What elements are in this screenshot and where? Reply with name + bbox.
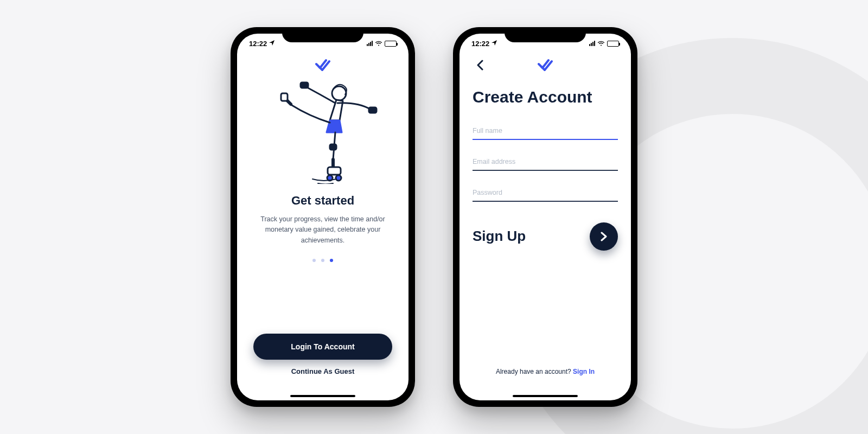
phone-mockup-signup: 12:22 — [453, 27, 637, 407]
svg-rect-11 — [330, 144, 336, 150]
status-bar: 12:22 — [459, 34, 631, 53]
wifi-icon — [597, 41, 605, 46]
signup-submit-button[interactable] — [590, 222, 618, 251]
fullname-field — [473, 123, 618, 140]
home-indicator — [513, 395, 578, 397]
fullname-input[interactable] — [473, 123, 618, 140]
svg-rect-5 — [281, 93, 288, 101]
onboarding-illustration — [250, 78, 395, 184]
back-button[interactable] — [473, 58, 488, 73]
login-button-label: Login To Account — [291, 342, 354, 351]
location-icon — [492, 40, 497, 47]
status-time: 12:22 — [471, 40, 489, 48]
chevron-right-icon — [599, 232, 609, 241]
email-input[interactable] — [473, 154, 618, 171]
home-indicator — [290, 395, 355, 397]
signup-label: Sign Up — [473, 228, 526, 245]
status-bar: 12:22 — [237, 34, 409, 53]
app-logo — [250, 59, 395, 72]
phone-mockup-onboarding: 12:22 — [231, 27, 415, 407]
signal-icon — [589, 41, 595, 46]
login-button[interactable]: Login To Account — [253, 334, 392, 360]
signin-link[interactable]: Sign In — [573, 368, 595, 375]
location-icon — [269, 40, 275, 47]
svg-point-8 — [336, 175, 341, 181]
page-dot-active[interactable] — [330, 259, 333, 262]
svg-rect-6 — [328, 167, 341, 175]
svg-rect-9 — [369, 107, 376, 113]
status-time: 12:22 — [249, 40, 267, 48]
app-logo — [473, 59, 618, 72]
page-dot[interactable] — [312, 259, 316, 262]
signal-icon — [367, 41, 373, 46]
signin-prompt-text: Already have an account? — [496, 368, 573, 375]
svg-rect-10 — [301, 82, 308, 88]
password-input[interactable] — [473, 185, 618, 202]
chevron-left-icon — [476, 60, 484, 71]
page-indicator — [250, 259, 395, 262]
password-field — [473, 185, 618, 202]
signin-prompt: Already have an account? Sign In — [473, 368, 618, 375]
battery-icon — [385, 41, 397, 47]
continue-guest-label: Continue As Guest — [291, 367, 355, 375]
email-field — [473, 154, 618, 171]
signup-title: Create Account — [473, 88, 618, 107]
onboarding-title: Get started — [250, 194, 395, 208]
wifi-icon — [375, 41, 382, 46]
double-check-icon — [538, 59, 553, 72]
page-dot[interactable] — [321, 259, 324, 262]
onboarding-description: Track your progress, view the time and/o… — [250, 214, 395, 246]
battery-icon — [607, 41, 619, 47]
continue-guest-link[interactable]: Continue As Guest — [250, 367, 395, 375]
double-check-icon — [315, 59, 330, 72]
